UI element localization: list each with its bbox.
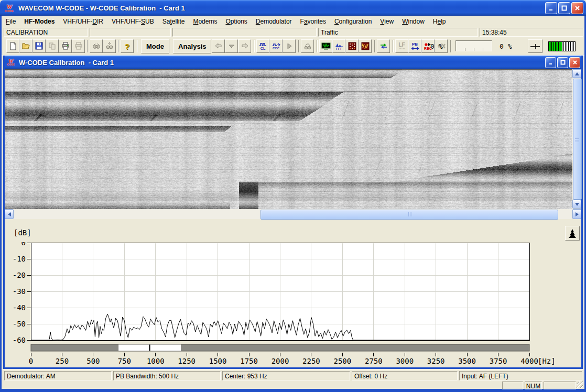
menu-item-configuration[interactable]: Configuration [330, 16, 376, 27]
squelch-left-percent: 0 % [430, 42, 442, 50]
maximize-button[interactable] [558, 2, 570, 14]
waterfall-horizontal-scrollbar[interactable] [5, 209, 581, 219]
raw-bits-button[interactable] [359, 39, 372, 53]
scroll-right-button[interactable] [572, 209, 581, 219]
peak-hold-button[interactable] [565, 226, 580, 241]
print-button[interactable] [59, 39, 72, 53]
open-button[interactable] [19, 39, 32, 53]
window-title: WAVECOM W-CODE - W-CODE Calibration - Ca… [18, 4, 185, 12]
lf-shift-button[interactable]: LF [395, 39, 408, 53]
menu-item-modems[interactable]: Modems [189, 16, 221, 27]
menu-item-hf-modes[interactable]: HF-Modes [20, 16, 59, 27]
refresh-button[interactable] [377, 39, 390, 53]
svg-text:-10: -10 [13, 255, 26, 263]
scroll-up-button[interactable] [572, 69, 581, 78]
nav-down-button[interactable] [225, 39, 238, 53]
inner-title-bar[interactable]: WCODE W-CODE Calibration - Card 1 [3, 56, 583, 69]
info-field-2 [90, 28, 171, 37]
nav-back-button[interactable] [212, 39, 225, 53]
spectrum-plot[interactable]: 0-10-20-30-40-50-60025050075010001250150… [9, 242, 565, 368]
svg-text:1250: 1250 [178, 357, 196, 365]
status-pb-bandwidth: PB Bandwidth: 500 Hz [113, 371, 221, 380]
svg-text:2500: 2500 [334, 357, 352, 365]
squelch-right-percent: 0 % [500, 42, 512, 50]
squelch-progress-bar [455, 40, 492, 51]
status-bar: Demodulator: AM PB Bandwidth: 500 Hz Cen… [2, 369, 584, 389]
new-button[interactable] [6, 39, 19, 53]
nav-forward-button[interactable] [238, 39, 251, 53]
svg-text:0: 0 [29, 357, 33, 365]
fft-button[interactable]: FFT [332, 39, 345, 53]
menu-item-favorites[interactable]: Favorites [296, 16, 330, 27]
status-input: Input: AF (LEFT) [459, 371, 582, 380]
svg-text:3750: 3750 [490, 357, 507, 365]
application-window: WCODE WAVECOM W-CODE - W-CODE Calibratio… [0, 0, 586, 392]
auto-search-button[interactable] [301, 39, 314, 53]
svg-text:3250: 3250 [427, 357, 445, 365]
horizontal-scroll-thumb[interactable] [261, 210, 558, 220]
mode-button[interactable]: Mode [141, 39, 169, 53]
window-border-left [0, 16, 2, 389]
svg-text:0: 0 [21, 242, 26, 247]
status-center-frequency: Center: 953 Hz [222, 371, 350, 380]
waterfall-sonagram-display[interactable] [5, 69, 572, 209]
analysis-button[interactable]: Analysis [173, 39, 211, 53]
svg-text:4000: 4000 [520, 357, 538, 365]
menu-item-vhf-uhf-sub[interactable]: VHF/UHF-SUB [107, 16, 158, 27]
svg-text:3000: 3000 [396, 357, 414, 365]
status-offset: Offset: 0 Hz [352, 371, 458, 380]
scroll-left-button[interactable] [5, 209, 14, 219]
minimize-button[interactable] [545, 2, 557, 14]
find-next-button[interactable] [103, 39, 116, 53]
inner-close-button[interactable] [569, 57, 580, 68]
audio-level-meter [548, 41, 576, 51]
menu-item-help[interactable]: Help [429, 16, 450, 27]
waterfall-vertical-scrollbar[interactable] [572, 69, 581, 209]
clock-field: 15:38:45 [480, 28, 583, 37]
svg-text:-30: -30 [13, 287, 26, 296]
info-field-3 [172, 28, 317, 37]
help-button[interactable]: ? [121, 39, 134, 53]
menu-item-options[interactable]: Options [221, 16, 251, 27]
ccc-button[interactable]: CCC [269, 39, 283, 53]
svg-text:1750: 1750 [240, 357, 258, 365]
inner-minimize-button[interactable] [545, 57, 556, 68]
menu-item-view[interactable]: View [376, 16, 398, 27]
level-adjust-button[interactable] [528, 39, 542, 53]
menu-item-demodulator[interactable]: Demodulator [252, 16, 296, 27]
find-button[interactable] [90, 39, 103, 53]
svg-text:2000: 2000 [272, 357, 289, 365]
resize-grip[interactable] [577, 382, 583, 388]
svg-text:-40: -40 [13, 303, 26, 312]
print-preview-button[interactable] [72, 39, 85, 53]
close-button[interactable] [571, 2, 583, 14]
wcode-logo-icon: WCODE [6, 57, 16, 68]
menu-item-window[interactable]: Window [398, 16, 429, 27]
status-empty-1 [502, 382, 523, 389]
svg-text:2250: 2250 [302, 357, 320, 365]
svg-text:-50: -50 [13, 320, 26, 328]
status-demodulator: Demodulator: AM [4, 371, 112, 380]
vertical-scroll-thumb[interactable] [573, 79, 582, 200]
toolbar: ? Mode Analysis CL CCC FFT [2, 38, 584, 56]
copy-button[interactable] [46, 39, 59, 53]
info-row: CALIBRATION Traffic 15:38:45 [2, 27, 584, 38]
svg-text:1000: 1000 [147, 357, 165, 365]
svg-text:-60: -60 [13, 336, 26, 344]
oscilloscope-button[interactable] [319, 39, 332, 53]
inner-maximize-button[interactable] [557, 57, 568, 68]
svg-text:-20: -20 [13, 271, 26, 279]
menu-item-vhf-uhf-dir[interactable]: VHF/UHF-DIR [59, 16, 107, 27]
menu-item-satellite[interactable]: Satellite [158, 16, 189, 27]
status-num-lock: NUM [525, 382, 542, 389]
save-button[interactable] [32, 39, 46, 53]
menu-item-file[interactable]: File [2, 16, 20, 27]
svg-text:750: 750 [118, 357, 131, 365]
title-bar[interactable]: WCODE WAVECOM W-CODE - W-CODE Calibratio… [0, 0, 586, 16]
code-table-button[interactable] [345, 39, 359, 53]
scroll-down-button[interactable] [572, 200, 581, 209]
passband-button[interactable]: PB [408, 39, 421, 53]
menu-bar: FileHF-ModesVHF/UHF-DIRVHF/UHF-SUBSatell… [2, 16, 584, 27]
play-button[interactable] [283, 39, 296, 53]
clear-buffer-button[interactable]: CL [256, 39, 269, 53]
